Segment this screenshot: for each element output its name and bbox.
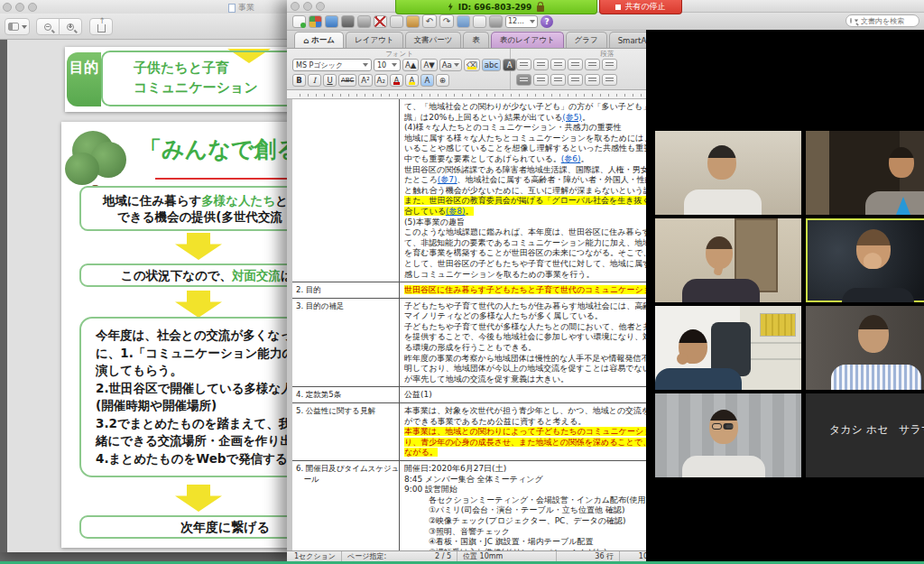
participant-name-tile[interactable]: タカシ ホセ サラマ xyxy=(806,393,924,477)
phonetic-guide-button[interactable]: abc xyxy=(482,59,501,71)
reference-link[interactable]: (参7) xyxy=(438,175,457,184)
underline-button[interactable]: U xyxy=(323,74,337,87)
minimize-window-button[interactable] xyxy=(303,2,312,11)
close-window-button[interactable] xyxy=(3,3,12,12)
participant-video[interactable] xyxy=(655,393,801,477)
change-case-button[interactable]: Aa xyxy=(439,59,462,71)
align-left-button[interactable] xyxy=(516,74,531,86)
text-run: 中でも重要な要素としてあげられている。 xyxy=(404,154,561,163)
clear-format-button[interactable]: ⌫ xyxy=(464,59,480,71)
bold-button[interactable]: B xyxy=(292,74,306,87)
tab-charts[interactable]: グラフ xyxy=(566,32,607,48)
increase-indent-button[interactable] xyxy=(585,59,600,70)
minimize-window-button[interactable] xyxy=(15,3,24,12)
reference-link[interactable]: (参5) xyxy=(562,113,582,122)
text-run: ながる。 xyxy=(404,448,438,457)
slide-textbox-4: 次年度に繋げる xyxy=(79,515,289,539)
stop-sharing-button[interactable]: 共有の停止 xyxy=(599,0,682,14)
align-center-button[interactable] xyxy=(533,74,549,86)
open-folder-icon[interactable] xyxy=(325,15,338,28)
page-indicator[interactable]: ページ指定: 2 / 5 xyxy=(342,551,457,561)
multilevel-list-button[interactable] xyxy=(550,59,566,70)
text-run: 本事業は、対象を次世代が担う青少年とし、かつ、地域との交流を通じて xyxy=(404,406,675,415)
tab-layout[interactable]: レイアウト xyxy=(346,32,403,48)
participant-video[interactable] xyxy=(655,218,801,302)
enclose-characters-button[interactable]: ⊕ xyxy=(436,74,449,87)
desktop-screen: 事業 目的 子供たちと子育 コミュニケー xyxy=(0,0,924,564)
sort-button[interactable] xyxy=(602,59,617,70)
line-spacing-button[interactable] xyxy=(585,74,600,86)
save-icon[interactable] xyxy=(341,15,355,28)
copy-icon[interactable] xyxy=(390,15,403,28)
help-button[interactable]: ? xyxy=(541,15,553,28)
close-window-button[interactable] xyxy=(291,2,300,11)
italic-button[interactable]: I xyxy=(308,74,321,87)
font-group: フォント MS Pゴシック 10 A▲ A▼ Aa ⌫ abc A B xyxy=(289,49,511,89)
tab-document-elements[interactable]: 文書パーツ xyxy=(405,32,462,48)
text-run: 世田谷区の関係諸課である障害者地域生活課、国際課、人権・男女共同 xyxy=(404,165,665,174)
participant-video[interactable] xyxy=(655,306,801,390)
document-search-field[interactable] xyxy=(845,14,919,27)
font-size-select[interactable]: 10 xyxy=(374,59,401,71)
glasses xyxy=(712,423,722,430)
participant-video[interactable] xyxy=(806,131,924,215)
zoom-in-button[interactable] xyxy=(59,18,82,35)
subscript-button[interactable]: A₂ xyxy=(374,74,388,87)
sidebar-toggle-button[interactable] xyxy=(5,18,30,35)
tab-table-layout[interactable]: 表のレイアウト xyxy=(491,32,564,48)
preview-title-text: 事業 xyxy=(238,2,254,14)
stop-icon xyxy=(615,5,621,10)
track-changes-icon[interactable] xyxy=(457,15,470,28)
share-button[interactable] xyxy=(89,18,113,35)
lock-icon xyxy=(537,5,544,12)
signal-icon xyxy=(448,3,453,11)
tab-tables[interactable]: 表 xyxy=(463,32,489,48)
gallery-icon[interactable] xyxy=(309,15,322,28)
background-app-edge xyxy=(0,40,7,552)
redo-button[interactable]: ↷ xyxy=(439,14,454,28)
new-document-icon[interactable] xyxy=(292,15,306,28)
zoom-window-button[interactable] xyxy=(316,2,325,11)
participant-video[interactable] xyxy=(655,131,801,215)
preview-toolbar xyxy=(0,14,289,40)
text-run: (4)様々な人たちとのコミュニケーション・共感力の重要性 xyxy=(404,123,622,132)
text-effects-button[interactable]: A xyxy=(420,74,434,87)
row-label-text: 6. 開催日及びタイムスケジュ xyxy=(296,464,397,475)
justify-button[interactable] xyxy=(568,74,583,86)
preview-content: 目的 子供たちと子育 コミュニケーション 「みんなで創る 地域に住み暮らす多様な… xyxy=(0,40,289,552)
print-icon[interactable] xyxy=(357,15,371,28)
reference-link[interactable]: (参6) xyxy=(561,154,581,163)
participant-video[interactable] xyxy=(806,306,924,390)
decrease-indent-button[interactable] xyxy=(568,59,583,70)
active-speaker-video[interactable] xyxy=(806,218,924,302)
strikethrough-button[interactable]: ABC xyxy=(338,74,356,87)
zoom-out-button[interactable] xyxy=(36,18,60,35)
row-label-text: 2. 目的 xyxy=(296,285,397,296)
yellow-arrow-icon xyxy=(175,233,222,260)
undo-button[interactable]: ↶ xyxy=(422,14,437,28)
bullet-list-button[interactable] xyxy=(516,59,531,70)
reference-link[interactable]: (参8) xyxy=(446,207,466,216)
search-input[interactable] xyxy=(861,17,915,25)
participant-body xyxy=(865,191,924,215)
paste-icon[interactable] xyxy=(406,15,420,28)
align-right-button[interactable] xyxy=(550,74,566,86)
zoom-window-button[interactable] xyxy=(28,3,37,12)
shading-button[interactable] xyxy=(602,74,617,86)
view-layout-icon[interactable] xyxy=(473,15,486,28)
tab-home[interactable]: ⌂ホーム xyxy=(294,32,344,48)
participant-body xyxy=(831,365,921,390)
shrink-font-button[interactable]: A▼ xyxy=(420,59,437,71)
grow-font-button[interactable]: A▲ xyxy=(402,59,419,71)
zoom-level-select[interactable]: 12... xyxy=(505,15,538,28)
font-color-button[interactable]: A xyxy=(390,74,403,87)
text-run: 昨年度の事業の考察から地域団体は慢性的な人手不足や情報発信不足 xyxy=(404,354,657,363)
font-name-select[interactable]: MS Pゴシック xyxy=(292,59,372,71)
superscript-button[interactable]: A² xyxy=(358,74,372,87)
slide-text-line: 緒にできる交流場所・企画を作り出す。 xyxy=(96,432,289,450)
highlight-color-button[interactable]: A xyxy=(405,74,419,87)
cut-icon[interactable] xyxy=(374,15,387,28)
media-browser-icon[interactable] xyxy=(489,15,503,28)
numbered-list-button[interactable] xyxy=(533,59,549,70)
text-run: ④看板・国旗・JC 旗設置・場内テーブル配置 xyxy=(404,537,594,546)
